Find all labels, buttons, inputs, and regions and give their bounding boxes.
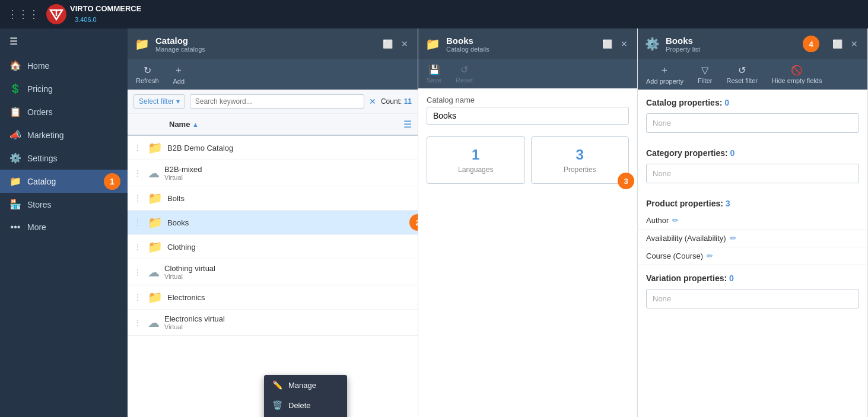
property-panel-close[interactable]: ✕	[848, 38, 860, 50]
course-edit-icon[interactable]: ✏	[707, 252, 713, 260]
save-button[interactable]: 💾 Save	[424, 63, 444, 85]
catalog-props-count: 0	[724, 98, 729, 107]
list-view-button[interactable]: ☰	[403, 119, 412, 130]
catalog-row[interactable]: ⋮ 📁 Bolts	[128, 186, 418, 211]
catalog-row[interactable]: ⋮ ☁ Clothing virtual Virtual	[128, 259, 418, 285]
property-panel-controls: ⬜ ✕	[830, 38, 860, 50]
sidebar-item-catalog[interactable]: 📁 Catalog 1	[0, 170, 128, 193]
prop-item-author: Author ✏	[638, 212, 867, 230]
availability-edit-icon[interactable]: ✏	[730, 234, 736, 243]
properties-stat[interactable]: 3 Properties 3	[531, 136, 629, 184]
catalog-row[interactable]: ⋮ 📁 Clothing	[128, 235, 418, 259]
tour-badge-2: 2	[409, 214, 418, 231]
logo-area: VIRTO COMMERCE 3.406.0	[46, 4, 141, 24]
tour-badge-4: 4	[803, 36, 819, 52]
row-name: Clothing	[167, 243, 412, 252]
catalog-row[interactable]: ⋮ 📁 B2B Demo Catalog	[128, 136, 418, 160]
add-icon: ＋	[174, 64, 183, 77]
row-name: Books	[167, 218, 412, 227]
topbar: ⋮⋮⋮ VIRTO COMMERCE 3.406.0	[0, 0, 868, 28]
languages-stat[interactable]: 1 Languages	[427, 136, 525, 184]
product-props-label: Product properties:	[646, 199, 726, 208]
sidebar-item-home[interactable]: 🏠 Home	[0, 54, 128, 77]
filter-button[interactable]: ▽ Filter	[695, 63, 714, 85]
reset-filter-button[interactable]: ↺ Reset filter	[724, 63, 760, 85]
sidebar-label-settings: Settings	[27, 154, 58, 163]
reset-icon: ↺	[460, 64, 468, 75]
property-panel-maximize[interactable]: ⬜	[830, 38, 845, 50]
books-panel-controls: ⬜ ✕	[600, 38, 630, 50]
course-label: Course (Course)	[646, 252, 703, 260]
app-version: 3.406.0	[75, 16, 97, 23]
availability-label: Availability (Availability)	[646, 234, 726, 243]
catalog-panel: 📁 Catalog Manage catalogs ⬜ ✕ ↻ Refresh …	[128, 28, 418, 417]
orders-icon: 📋	[9, 106, 21, 117]
hide-empty-button[interactable]: 🚫 Hide empty fields	[770, 63, 824, 85]
variation-props-none: None	[646, 289, 859, 308]
variation-props-label: Variation properties:	[646, 273, 729, 283]
pricing-icon: 💲	[9, 83, 21, 94]
catalog-row[interactable]: ⋮ ☁ Electronics virtual Virtual	[128, 310, 418, 336]
author-edit-icon[interactable]: ✏	[672, 216, 679, 225]
property-panel-subtitle: Property list	[666, 46, 797, 53]
property-list-body: Catalog properties: 0 None Category prop…	[638, 90, 867, 417]
drag-handle: ⋮	[133, 242, 142, 252]
name-column-header[interactable]: Name ▲	[169, 120, 399, 129]
sidebar-item-marketing[interactable]: 📣 Marketing	[0, 123, 128, 147]
catalog-row[interactable]: ⋮ 📁 Electronics	[128, 285, 418, 310]
catalog-table-header: Name ▲ ☰	[128, 114, 418, 136]
add-property-icon: ＋	[660, 64, 669, 77]
grid-icon[interactable]: ⋮⋮⋮	[7, 8, 39, 21]
books-toolbar: 💾 Save ↺ Reset	[418, 59, 637, 88]
refresh-button[interactable]: ↻ Refresh	[133, 63, 161, 85]
clear-search-button[interactable]: ✕	[369, 97, 376, 106]
properties-label: Properties	[538, 165, 623, 174]
add-property-button[interactable]: ＋ Add property	[644, 63, 686, 86]
marketing-icon: 📣	[9, 129, 21, 141]
sidebar-label-home: Home	[27, 61, 49, 71]
virtual-icon: ☁	[148, 166, 160, 180]
catalog-row[interactable]: ⋮ ☁ B2B-mixed Virtual	[128, 160, 418, 186]
add-button[interactable]: ＋ Add	[171, 63, 187, 86]
catalog-tour-badge: 1	[104, 173, 120, 190]
sidebar-item-more[interactable]: ••• More	[0, 216, 128, 238]
row-subtitle: Virtual	[164, 174, 202, 181]
sidebar-item-settings[interactable]: ⚙️ Settings	[0, 147, 128, 170]
prop-item-course: Course (Course) ✏	[638, 247, 867, 265]
sidebar-menu-toggle[interactable]: ☰	[0, 28, 128, 54]
tour-badge-3: 3	[618, 173, 634, 189]
context-menu-manage[interactable]: ✏️ Manage	[264, 375, 347, 395]
books-panel-close[interactable]: ✕	[618, 38, 630, 50]
catalog-name-input[interactable]	[427, 107, 629, 125]
count-label: Count:	[381, 97, 402, 106]
books-panel-maximize[interactable]: ⬜	[600, 38, 615, 50]
select-filter-label: Select filter ▾	[139, 97, 180, 106]
folder-icon: 📁	[148, 191, 163, 205]
refresh-label: Refresh	[136, 77, 159, 84]
add-property-label: Add property	[646, 78, 683, 85]
catalog-panel-maximize[interactable]: ⬜	[380, 38, 395, 50]
drag-handle: ⋮	[133, 318, 142, 327]
sidebar-item-pricing[interactable]: 💲 Pricing	[0, 77, 128, 100]
row-subtitle: Virtual	[164, 273, 215, 280]
content-area: 📁 Catalog Manage catalogs ⬜ ✕ ↻ Refresh …	[128, 28, 868, 417]
row-name: Electronics	[167, 293, 412, 302]
catalog-panel-close[interactable]: ✕	[399, 38, 411, 50]
delete-label: Delete	[288, 401, 311, 410]
sidebar-item-stores[interactable]: 🏪 Stores	[0, 193, 128, 216]
name-col-label: Name	[169, 120, 190, 129]
context-menu-delete[interactable]: 🗑️ Delete	[264, 395, 347, 415]
books-detail-body: Catalog name 1 Languages 3 Properties 3	[418, 88, 637, 417]
property-panel-gear-icon: ⚙️	[645, 37, 660, 51]
reset-button[interactable]: ↺ Reset	[453, 63, 475, 85]
catalog-row-books[interactable]: ⋮ 📁 Books 2	[128, 211, 418, 235]
search-input[interactable]	[190, 94, 364, 109]
catalog-props-label: Catalog properties:	[646, 98, 724, 107]
sidebar-item-orders[interactable]: 📋 Orders	[0, 100, 128, 123]
folder-icon: 📁	[148, 240, 163, 254]
sidebar-label-catalog: Catalog	[27, 177, 56, 186]
save-label: Save	[427, 77, 441, 84]
select-filter-button[interactable]: Select filter ▾	[133, 94, 185, 109]
reset-filter-icon: ↺	[738, 65, 746, 76]
hide-empty-label: Hide empty fields	[772, 77, 822, 84]
